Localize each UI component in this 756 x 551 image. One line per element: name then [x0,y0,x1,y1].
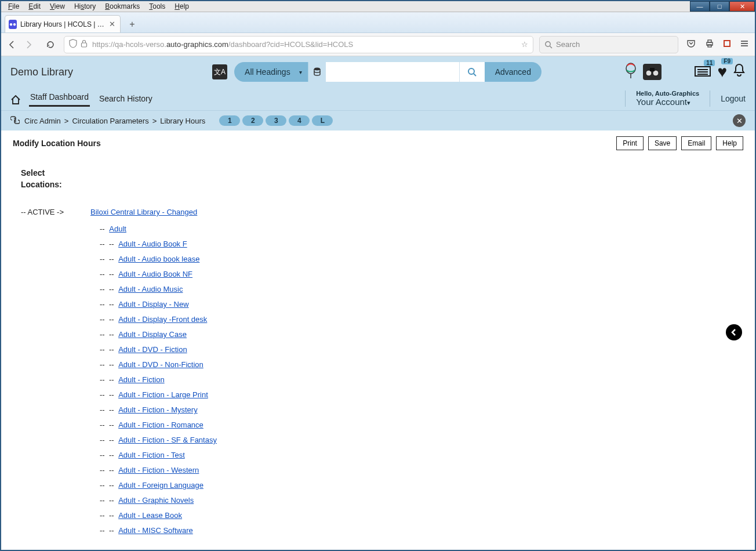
advanced-search-button[interactable]: Advanced [485,62,541,82]
list-badge: 11 [704,60,715,66]
svg-rect-4 [708,40,711,42]
page-title: Modify Location Hours [13,139,101,148]
location-subitem: -- -- Adult - Audio book lease [100,255,743,263]
account-block[interactable]: Hello, Auto-Graphics Your Account▾ [636,90,699,107]
close-panel-icon[interactable]: ✕ [733,114,746,127]
search-button[interactable] [459,62,485,82]
window-maximize-button[interactable]: □ [710,1,729,12]
location-link[interactable]: Adult - DVD - Non-Fiction [118,360,203,369]
content-scroll-area[interactable]: Select Locations: -- ACTIVE -> Biloxi Ce… [1,154,755,541]
location-adult-link[interactable]: Adult [109,224,126,233]
location-link[interactable]: Adult - DVD - Fiction [118,345,187,354]
page-3-button[interactable]: 3 [266,115,286,126]
os-menu-bar: File Edit View History Bookmarks Tools H… [1,1,755,12]
forward-button[interactable] [23,39,34,50]
browser-toolbar: https://qa-hcols-verso.auto-graphics.com… [1,33,755,56]
database-icon[interactable] [308,62,326,82]
location-link[interactable]: Adult - Fiction - Western [118,466,199,474]
location-link[interactable]: Adult - Display -Front desk [118,315,207,324]
search-input[interactable] [326,62,459,82]
location-link[interactable]: Adult - Audio Book F [118,240,187,248]
location-link[interactable]: Adult - Fiction - Romance [118,420,203,429]
menu-history[interactable]: History [70,1,100,12]
svg-rect-16 [650,68,655,71]
page-last-button[interactable]: L [312,115,333,126]
location-link[interactable]: Adult - Fiction - SF & Fantasy [118,436,217,444]
binoculars-icon[interactable] [643,64,662,80]
menu-file[interactable]: File [3,1,24,12]
location-subitem: -- -- Adult - Audio Book F [100,240,743,248]
location-link[interactable]: Adult - MISC Software [118,526,193,535]
new-tab-button[interactable]: + [124,16,140,32]
crumb-library-hours[interactable]: Library Hours [160,117,205,125]
page-1-button[interactable]: 1 [219,115,240,126]
shield-icon [69,39,77,50]
breadcrumb-row: Circ Admin > Circulation Parameters > Li… [1,110,755,130]
location-link[interactable]: Adult - Fiction - Mystery [118,405,198,414]
location-link[interactable]: Adult - Audio book lease [118,255,199,263]
pocket-icon[interactable] [686,39,696,50]
location-subitem: -- -- Adult - Fiction - Mystery [100,405,743,414]
crumb-circ-params[interactable]: Circulation Parameters [72,117,148,125]
location-link[interactable]: Adult - Fiction [118,375,164,384]
location-link[interactable]: Adult - Foreign Language [118,481,203,490]
menu-bookmarks[interactable]: Bookmarks [100,1,144,12]
browser-tab[interactable]: ●● Library Hours | HCOLS | hcols | ✕ [5,15,121,32]
location-subitem: -- -- Adult - Display -Front desk [100,315,743,324]
svg-point-10 [468,68,474,74]
hamburger-menu-icon[interactable] [740,39,749,50]
location-subitem: -- -- Adult - MISC Software [100,526,743,535]
list-icon[interactable]: 11 [694,64,711,80]
nav-staff-dashboard[interactable]: Staff Dashboard [29,90,90,107]
menu-view[interactable]: View [45,1,70,12]
location-subitem: -- -- Adult - DVD - Fiction [100,345,743,354]
tab-close-icon[interactable]: ✕ [109,20,115,28]
print-icon[interactable] [705,39,714,50]
help-button[interactable]: Help [716,136,743,150]
location-root-link[interactable]: Biloxi Central Library - Changed [90,208,197,216]
address-bar[interactable]: https://qa-hcols-verso.auto-graphics.com… [64,36,533,53]
home-icon[interactable] [10,95,21,107]
menu-tools[interactable]: Tools [144,1,170,12]
crumb-circ-admin[interactable]: Circ Admin [24,117,61,125]
window-close-button[interactable]: ✕ [729,1,755,12]
location-link[interactable]: Adult - Fiction - Test [118,451,185,459]
svg-point-1 [546,41,550,46]
collapse-side-arrow-icon[interactable] [726,324,742,340]
location-subitem: -- -- Adult - Fiction - Test [100,451,743,459]
location-link[interactable]: Adult - Display Case [118,330,187,339]
location-link[interactable]: Adult - Audio Music [118,285,183,293]
nav-search-history[interactable]: Search History [98,92,154,107]
email-button[interactable]: Email [681,136,711,150]
location-link[interactable]: Adult - Graphic Novels [118,496,194,505]
logout-link[interactable]: Logout [721,94,746,103]
location-link[interactable]: Adult - Lease Book [118,511,182,520]
language-icon[interactable]: 文A [212,64,227,79]
location-subitem: -- -- Adult - Graphic Novels [100,496,743,505]
page-4-button[interactable]: 4 [289,115,310,126]
location-link[interactable]: Adult - Fiction - Large Print [118,390,208,399]
balloon-icon[interactable] [624,63,637,82]
security-icon[interactable] [724,40,730,49]
location-subitem: -- -- Adult - Fiction - Romance [100,420,743,429]
bookmark-star-icon[interactable]: ☆ [521,40,528,49]
svg-point-9 [314,68,320,70]
bell-icon[interactable] [733,63,746,81]
location-subitem: -- -- Adult - Fiction - Western [100,466,743,474]
window-minimize-button[interactable]: — [690,1,710,12]
chevron-down-icon: ▾ [299,69,302,75]
browser-search-box[interactable]: Search [539,36,678,53]
location-subitem: -- -- Adult - DVD - Non-Fiction [100,360,743,369]
location-link[interactable]: Adult - Display - New [118,300,188,309]
headings-dropdown[interactable]: All Headings ▾ [234,62,308,82]
menu-help[interactable]: Help [170,1,194,12]
location-link[interactable]: Adult - Audio Book NF [118,270,192,278]
back-button[interactable] [7,39,17,50]
reload-button[interactable] [45,39,56,50]
page-2-button[interactable]: 2 [242,115,263,126]
print-button[interactable]: Print [616,136,644,150]
heart-icon[interactable]: ♥ F9 [717,63,727,81]
save-button[interactable]: Save [648,136,677,150]
active-marker: -- ACTIVE -> [21,208,90,216]
menu-edit[interactable]: Edit [24,1,45,12]
